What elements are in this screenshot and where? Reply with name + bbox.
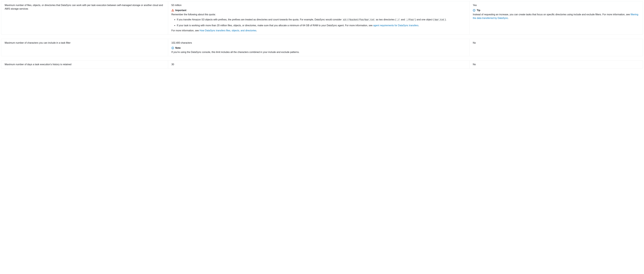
table-row: Maximum number of files, objects, or dir… [1, 1, 643, 34]
important-callout: Important Remember the following about t… [172, 8, 466, 32]
callout-list: If you transfer Amazon S3 objects with p… [172, 18, 466, 27]
quota-description: Maximum number of files, objects, or dir… [1, 1, 168, 34]
tip-callout: Tip Instead of requesting an increase, y… [473, 8, 639, 20]
table-row: Maximum number of characters you can inc… [1, 39, 643, 56]
adjustable-cell: Yes Tip Instead of requesting an increas… [470, 1, 643, 34]
code-snippet: ./ [396, 18, 400, 21]
warning-triangle-icon [172, 9, 174, 12]
adjustable-value: No [473, 42, 476, 44]
callout-intro: Remember the following about this quota: [172, 13, 216, 16]
info-circle-icon [172, 46, 174, 49]
callout-header: Tip [473, 8, 639, 12]
code-snippet: ./foo/ [406, 18, 415, 21]
quota-value: 102,400 characters [172, 41, 466, 45]
link-how-transfers[interactable]: How DataSync transfers files, objects, a… [200, 29, 256, 32]
callout-more-info: For more information, see How DataSync t… [172, 29, 466, 32]
quota-description: Maximum number of days a task execution'… [1, 60, 168, 68]
callout-body: Instead of requesting an increase, you c… [473, 13, 639, 20]
quota-value: 30 [172, 63, 174, 66]
callout-title: Tip [477, 8, 480, 12]
adjustable-cell: No [470, 39, 643, 56]
callout-header: Note [172, 46, 466, 50]
quota-value-cell: 102,400 characters Note If you're using … [168, 39, 470, 56]
adjustable-cell: No [470, 60, 643, 68]
svg-point-1 [172, 11, 173, 11]
quota-value-cell: 30 [168, 60, 470, 68]
code-snippet: s3://bucket/foo/bar.txt [342, 18, 375, 21]
callout-body: Remember the following about this quota:… [172, 13, 466, 32]
svg-point-6 [172, 47, 173, 48]
list-item: If your task is working with more than 2… [177, 24, 466, 27]
quota-description: Maximum number of characters you can inc… [1, 39, 168, 56]
info-circle-icon [473, 9, 476, 12]
quota-value: 50 million [172, 4, 466, 7]
list-item: If you transfer Amazon S3 objects with p… [177, 18, 466, 22]
adjustable-value: Yes [473, 4, 639, 7]
callout-title: Important [175, 8, 186, 12]
code-snippet: bar.txt [434, 18, 445, 21]
table-row: Maximum number of days a task execution'… [1, 60, 643, 68]
quota-value-cell: 50 million Important Remember the follow… [168, 1, 470, 34]
link-agent-requirements[interactable]: agent requirements for DataSync transfer… [373, 24, 418, 27]
callout-body: If you're using the DataSync console, th… [172, 50, 466, 54]
callout-title: Note [175, 46, 181, 50]
callout-header: Important [172, 8, 466, 12]
note-callout: Note If you're using the DataSync consol… [172, 46, 466, 54]
adjustable-value: No [473, 63, 476, 66]
svg-point-3 [474, 10, 474, 10]
quota-table: Maximum number of files, objects, or dir… [1, 1, 643, 68]
